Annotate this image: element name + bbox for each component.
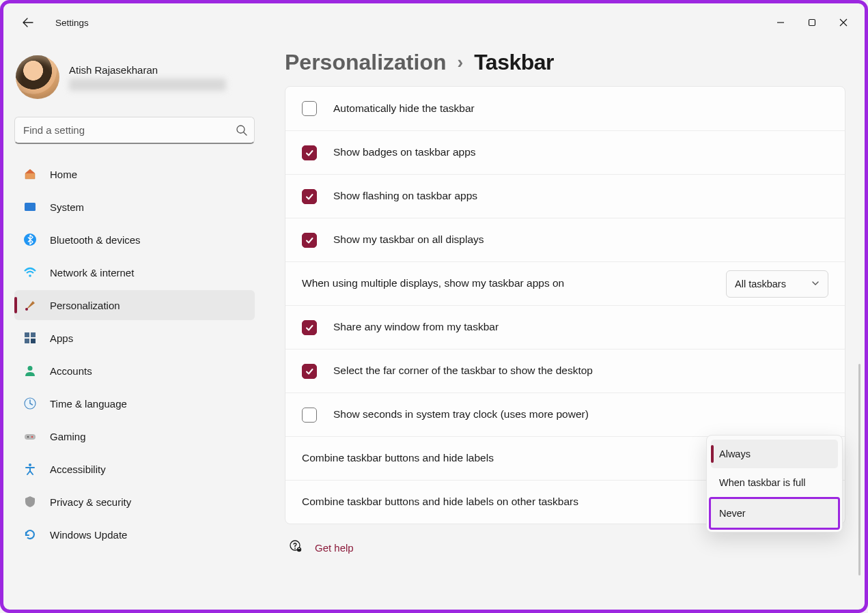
- sidebar-item-time[interactable]: Time & language: [14, 388, 255, 418]
- svg-rect-9: [31, 339, 36, 343]
- gamepad-icon: [23, 429, 38, 444]
- main-content: Personalization › Taskbar Automatically …: [266, 42, 865, 610]
- check-icon: [305, 367, 314, 376]
- window-controls: [765, 12, 859, 33]
- svg-rect-2: [25, 203, 36, 211]
- sidebar-item-label: Gaming: [50, 431, 86, 442]
- checkbox-flashing[interactable]: [302, 189, 317, 204]
- svg-point-4: [29, 274, 31, 277]
- person-icon: [23, 363, 38, 378]
- avatar: [16, 55, 59, 99]
- sidebar-item-apps[interactable]: Apps: [14, 323, 255, 353]
- sidebar-item-gaming[interactable]: Gaming: [14, 421, 255, 451]
- update-icon: [23, 527, 38, 542]
- menu-option-never[interactable]: Never: [709, 497, 840, 530]
- setting-label: Show badges on taskbar apps: [333, 145, 828, 159]
- menu-option-always[interactable]: Always: [711, 440, 838, 468]
- help-link[interactable]: Get help: [315, 542, 354, 554]
- setting-badges[interactable]: Show badges on taskbar apps: [285, 130, 845, 174]
- sidebar-item-label: Accessibility: [50, 464, 106, 475]
- close-button[interactable]: [828, 12, 859, 33]
- search-container: [14, 117, 255, 144]
- setting-multi-display: When using multiple displays, show my ta…: [285, 261, 845, 305]
- sidebar-item-label: Bluetooth & devices: [50, 234, 141, 246]
- svg-rect-0: [809, 20, 815, 26]
- svg-point-13: [27, 436, 29, 438]
- sidebar-item-label: Windows Update: [50, 529, 127, 541]
- svg-rect-12: [25, 434, 36, 440]
- paintbrush-icon: [23, 298, 38, 313]
- chevron-down-icon: [811, 279, 820, 289]
- svg-rect-8: [25, 339, 29, 343]
- sidebar: Atish Rajasekharan Home System: [3, 42, 266, 610]
- menu-option-when-full[interactable]: When taskbar is full: [711, 468, 838, 497]
- sidebar-item-label: Accounts: [50, 365, 92, 377]
- titlebar: Settings: [3, 3, 865, 42]
- system-icon: [23, 199, 38, 214]
- wifi-icon: [23, 265, 38, 280]
- sidebar-item-network[interactable]: Network & internet: [14, 257, 255, 287]
- checkbox-autohide[interactable]: [302, 101, 317, 116]
- minimize-button[interactable]: [765, 12, 796, 33]
- scrollbar[interactable]: [858, 364, 860, 575]
- svg-point-1: [237, 126, 244, 133]
- svg-point-15: [29, 464, 31, 466]
- back-button[interactable]: [14, 9, 42, 36]
- home-icon: [23, 167, 38, 182]
- sidebar-item-label: Home: [50, 169, 77, 180]
- checkbox-badges[interactable]: [302, 145, 317, 160]
- sidebar-item-system[interactable]: System: [14, 192, 255, 222]
- help-icon: [289, 539, 303, 556]
- checkbox-seconds[interactable]: [302, 408, 317, 423]
- checkbox-share[interactable]: [302, 320, 317, 335]
- sidebar-item-home[interactable]: Home: [14, 159, 255, 189]
- sidebar-item-label: Personalization: [50, 300, 120, 311]
- svg-rect-6: [25, 332, 29, 337]
- check-icon: [305, 323, 314, 332]
- setting-seconds[interactable]: Show seconds in system tray clock (uses …: [285, 393, 845, 436]
- user-card[interactable]: Atish Rajasekharan: [14, 51, 255, 111]
- svg-point-10: [28, 366, 33, 371]
- clock-icon: [23, 396, 38, 411]
- setting-corner[interactable]: Select the far corner of the taskbar to …: [285, 349, 845, 393]
- dropdown-value: All taskbars: [735, 279, 786, 289]
- bluetooth-icon: [23, 232, 38, 247]
- sidebar-item-update[interactable]: Windows Update: [14, 519, 255, 550]
- sidebar-item-personalization[interactable]: Personalization: [14, 290, 255, 320]
- setting-label: Share any window from my taskbar: [333, 320, 828, 334]
- sidebar-item-privacy[interactable]: Privacy & security: [14, 487, 255, 517]
- setting-share[interactable]: Share any window from my taskbar: [285, 305, 845, 349]
- check-icon: [305, 192, 314, 201]
- help-row: Get help: [285, 539, 845, 556]
- shield-icon: [23, 494, 38, 509]
- breadcrumb-parent[interactable]: Personalization: [285, 50, 447, 75]
- multi-display-dropdown[interactable]: All taskbars: [726, 270, 828, 298]
- sidebar-item-bluetooth[interactable]: Bluetooth & devices: [14, 225, 255, 255]
- setting-label: Show flashing on taskbar apps: [333, 189, 828, 203]
- setting-autohide[interactable]: Automatically hide the taskbar: [285, 87, 845, 130]
- setting-label: When using multiple displays, show my ta…: [302, 276, 726, 290]
- svg-point-17: [294, 547, 296, 549]
- search-icon: [236, 124, 248, 137]
- sidebar-item-label: Time & language: [50, 398, 127, 410]
- sidebar-item-label: Privacy & security: [50, 496, 131, 508]
- nav: Home System Bluetooth & devices Network …: [14, 159, 255, 550]
- search-input[interactable]: [14, 117, 255, 144]
- checkbox-corner[interactable]: [302, 364, 317, 379]
- setting-label: Show seconds in system tray clock (uses …: [333, 408, 828, 421]
- setting-label: Select the far corner of the taskbar to …: [333, 364, 828, 377]
- svg-point-5: [25, 308, 28, 311]
- breadcrumb-current: Taskbar: [474, 50, 554, 75]
- sidebar-item-label: System: [50, 201, 84, 213]
- apps-icon: [23, 330, 38, 345]
- setting-alldisplays[interactable]: Show my taskbar on all displays: [285, 218, 845, 261]
- sidebar-item-label: Apps: [50, 332, 73, 344]
- setting-label: Automatically hide the taskbar: [333, 102, 828, 115]
- sidebar-item-accounts[interactable]: Accounts: [14, 356, 255, 386]
- setting-flashing[interactable]: Show flashing on taskbar apps: [285, 174, 845, 218]
- maximize-button[interactable]: [796, 12, 828, 33]
- user-email-blurred: [69, 79, 226, 91]
- checkbox-alldisplays[interactable]: [302, 233, 317, 248]
- sidebar-item-accessibility[interactable]: Accessibility: [14, 454, 255, 484]
- svg-rect-7: [31, 332, 36, 337]
